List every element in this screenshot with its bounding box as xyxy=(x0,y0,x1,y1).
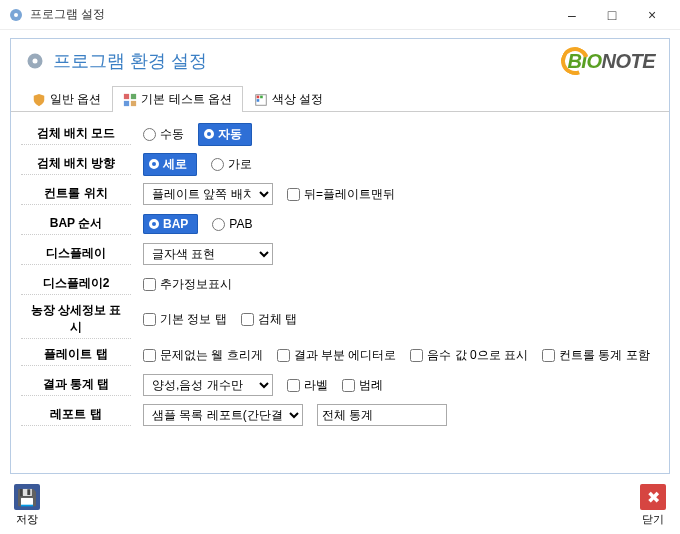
row-label: 레포트 탭 xyxy=(21,404,131,426)
check-label[interactable]: 라벨 xyxy=(287,377,328,394)
maximize-button[interactable]: □ xyxy=(592,1,632,29)
check-back-plate[interactable]: 뒤=플레이트맨뒤 xyxy=(287,186,395,203)
check-result-editor[interactable]: 결과 부분 에디터로 xyxy=(277,347,397,364)
grid-icon xyxy=(123,93,137,107)
row-label: BAP 순서 xyxy=(21,213,131,235)
tab-color[interactable]: 색상 설정 xyxy=(243,86,334,112)
tab-basic-test[interactable]: 기본 테스트 옵션 xyxy=(112,86,243,112)
palette-icon xyxy=(254,93,268,107)
tab-label: 색상 설정 xyxy=(272,91,323,108)
close-window-button[interactable]: × xyxy=(632,1,672,29)
svg-rect-9 xyxy=(257,95,260,98)
window-title: 프로그램 설정 xyxy=(30,6,552,23)
main-panel: 프로그램 환경 설정 BIONOTE 일반 옵션 기본 테스트 옵션 색상 설정… xyxy=(10,38,670,474)
check-ctrl-stat[interactable]: 컨트롤 통계 포함 xyxy=(542,347,650,364)
check-basic-info-tab[interactable]: 기본 정보 탭 xyxy=(143,311,227,328)
row-display2: 디스플레이2 추가정보표시 xyxy=(21,270,659,298)
row-label: 디스플레이 xyxy=(21,243,131,265)
row-control-pos: 컨트롤 위치 플레이트 앞쪽 배치 뒤=플레이트맨뒤 xyxy=(21,180,659,208)
svg-rect-7 xyxy=(131,100,136,105)
form-area: 검체 배치 모드 수동 자동 검체 배치 방향 세로 가로 컨트롤 위치 플레이… xyxy=(11,112,669,439)
svg-rect-4 xyxy=(124,93,129,98)
row-label: 검체 배치 모드 xyxy=(21,123,131,145)
titlebar: 프로그램 설정 – □ × xyxy=(0,0,680,30)
tab-label: 기본 테스트 옵션 xyxy=(141,91,232,108)
row-label: 컨트롤 위치 xyxy=(21,183,131,205)
svg-point-1 xyxy=(14,13,18,17)
check-legend[interactable]: 범례 xyxy=(342,377,383,394)
row-placement-mode: 검체 배치 모드 수동 자동 xyxy=(21,120,659,148)
check-neg-zero[interactable]: 음수 값 0으로 표시 xyxy=(410,347,528,364)
row-display: 디스플레이 글자색 표현 xyxy=(21,240,659,268)
radio-pab[interactable]: PAB xyxy=(212,217,252,231)
row-label: 플레이트 탭 xyxy=(21,344,131,366)
row-label: 농장 상세정보 표시 xyxy=(21,300,131,339)
row-label: 디스플레이2 xyxy=(21,273,131,295)
svg-rect-5 xyxy=(131,93,136,98)
report-text-input[interactable] xyxy=(317,404,447,426)
radio-vertical-selected[interactable]: 세로 xyxy=(143,153,197,176)
row-bap-order: BAP 순서 BAP PAB xyxy=(21,210,659,238)
radio-horizontal[interactable]: 가로 xyxy=(211,156,252,173)
stats-select[interactable]: 양성,음성 개수만 xyxy=(143,374,273,396)
logo: BIONOTE xyxy=(561,47,655,75)
close-button[interactable]: ✖ 닫기 xyxy=(636,482,670,529)
tab-bar: 일반 옵션 기본 테스트 옵션 색상 설정 xyxy=(11,79,669,112)
row-placement-dir: 검체 배치 방향 세로 가로 xyxy=(21,150,659,178)
svg-rect-10 xyxy=(260,95,263,98)
save-icon: 💾 xyxy=(14,484,40,510)
app-icon xyxy=(8,7,24,23)
radio-auto-selected[interactable]: 자동 xyxy=(198,123,252,146)
radio-bap-selected[interactable]: BAP xyxy=(143,214,198,234)
panel-title: 프로그램 환경 설정 xyxy=(53,49,207,73)
gear-icon xyxy=(25,51,45,71)
control-pos-select[interactable]: 플레이트 앞쪽 배치 xyxy=(143,183,273,205)
tab-general[interactable]: 일반 옵션 xyxy=(21,86,112,112)
check-blur-wells[interactable]: 문제없는 웰 흐리게 xyxy=(143,347,263,364)
shield-icon xyxy=(32,93,46,107)
row-stats-tab: 결과 통계 탭 양성,음성 개수만 라벨 범례 xyxy=(21,371,659,399)
row-farm-detail: 농장 상세정보 표시 기본 정보 탭 검체 탭 xyxy=(21,300,659,339)
svg-rect-11 xyxy=(257,99,260,102)
row-label: 검체 배치 방향 xyxy=(21,153,131,175)
svg-rect-6 xyxy=(124,100,129,105)
radio-manual[interactable]: 수동 xyxy=(143,126,184,143)
tab-label: 일반 옵션 xyxy=(50,91,101,108)
row-label: 결과 통계 탭 xyxy=(21,374,131,396)
close-icon: ✖ xyxy=(640,484,666,510)
row-plate-tab: 플레이트 탭 문제없는 웰 흐리게 결과 부분 에디터로 음수 값 0으로 표시… xyxy=(21,341,659,369)
minimize-button[interactable]: – xyxy=(552,1,592,29)
footer: 💾 저장 ✖ 닫기 xyxy=(0,478,680,534)
save-button[interactable]: 💾 저장 xyxy=(10,482,44,529)
panel-header: 프로그램 환경 설정 BIONOTE xyxy=(11,39,669,79)
svg-point-3 xyxy=(33,59,38,64)
check-extra-info[interactable]: 추가정보표시 xyxy=(143,276,232,293)
row-report-tab: 레포트 탭 샘플 목록 레포트(간단결과) xyxy=(21,401,659,429)
check-sample-tab[interactable]: 검체 탭 xyxy=(241,311,297,328)
report-select[interactable]: 샘플 목록 레포트(간단결과) xyxy=(143,404,303,426)
display-select[interactable]: 글자색 표현 xyxy=(143,243,273,265)
